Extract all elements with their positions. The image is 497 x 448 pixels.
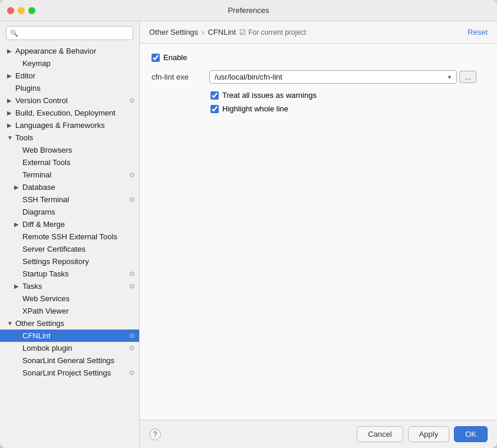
search-input[interactable] <box>6 26 133 40</box>
highlight-line-label[interactable]: Highlight whole line <box>222 104 288 113</box>
arrow-icon: ▶ <box>7 122 14 129</box>
cfn-lint-path-select[interactable]: /usr/local/bin/cfn-lint <box>209 70 457 84</box>
treat-warnings-checkbox[interactable] <box>210 91 219 100</box>
sidebar-item-remote-ssh[interactable]: Remote SSH External Tools <box>0 230 139 243</box>
enable-label[interactable]: Enable <box>163 53 187 62</box>
sidebar-item-label: Server Certificates <box>22 245 134 253</box>
sidebar-item-label: Startup Tasks <box>22 269 127 278</box>
breadcrumb-parent: Other Settings <box>149 28 198 37</box>
arrow-icon: ▶ <box>7 110 14 116</box>
cfn-lint-exe-label: cfn-lint exe <box>152 73 205 81</box>
sidebar-item-keymap[interactable]: Keymap <box>0 57 139 70</box>
treat-warnings-label[interactable]: Treat all issues as warnings <box>222 91 317 100</box>
sync-icon: ⊙ <box>129 282 134 290</box>
sidebar-item-label: Plugins <box>15 84 134 93</box>
sync-icon: ⊙ <box>129 369 134 377</box>
arrow-icon: ▶ <box>7 73 14 79</box>
sidebar-item-diagrams[interactable]: Diagrams <box>0 206 139 218</box>
sidebar-item-diff-merge[interactable]: ▶ Diff & Merge <box>0 218 139 230</box>
sidebar-item-web-services[interactable]: Web Services <box>0 292 139 305</box>
sidebar-item-server-certs[interactable]: Server Certificates <box>0 243 139 255</box>
sidebar-item-terminal[interactable]: Terminal ⊙ <box>0 169 139 181</box>
sidebar-item-label: SonarLint General Settings <box>22 356 134 365</box>
sync-icon: ⊙ <box>129 171 134 179</box>
sidebar-item-sonarlint-general[interactable]: SonarLint General Settings <box>0 354 139 367</box>
sidebar-item-tools[interactable]: ▼ Tools <box>0 131 139 144</box>
sidebar-item-languages[interactable]: ▶ Languages & Frameworks <box>0 119 139 131</box>
sidebar-item-build[interactable]: ▶ Build, Execution, Deployment <box>0 107 139 119</box>
sidebar-item-editor[interactable]: ▶ Editor <box>0 70 139 82</box>
sidebar: 🔍 ▶ Appearance & Behavior Keymap ▶ Edito… <box>0 21 140 448</box>
arrow-icon: ▶ <box>7 48 14 54</box>
sidebar-item-label: CFNLint <box>22 331 127 340</box>
highlight-line-row: Highlight whole line <box>210 104 485 113</box>
footer: ? Cancel Apply OK <box>140 420 497 448</box>
sidebar-item-appearance[interactable]: ▶ Appearance & Behavior <box>0 45 139 57</box>
sidebar-item-database[interactable]: ▶ Database <box>0 181 139 193</box>
sidebar-item-label: Appearance & Behavior <box>15 47 134 55</box>
sidebar-item-label: Tools <box>15 133 134 142</box>
sidebar-item-sonarlint-project[interactable]: SonarLint Project Settings ⊙ <box>0 367 139 379</box>
sidebar-item-cfnlint[interactable]: CFNLint ⊙ <box>0 330 139 342</box>
highlight-line-checkbox[interactable] <box>210 105 219 113</box>
help-button[interactable]: ? <box>149 429 161 440</box>
sidebar-item-web-browsers[interactable]: Web Browsers <box>0 144 139 156</box>
sidebar-item-version-control[interactable]: ▶ Version Control ⊙ <box>0 94 139 107</box>
sidebar-item-label: Terminal <box>22 170 127 179</box>
sync-icon: ⊙ <box>129 332 134 340</box>
cancel-button[interactable]: Cancel <box>357 426 403 442</box>
sidebar-item-label: Database <box>22 183 134 192</box>
search-box: 🔍 <box>6 26 133 40</box>
sidebar-item-label: Diff & Merge <box>22 220 134 229</box>
sidebar-item-label: Other Settings <box>15 319 134 328</box>
sidebar-item-xpath-viewer[interactable]: XPath Viewer <box>0 305 139 317</box>
sidebar-item-other-settings[interactable]: ▼ Other Settings <box>0 317 139 330</box>
path-input-wrap: /usr/local/bin/cfn-lint ... <box>209 70 476 84</box>
close-button[interactable] <box>7 7 14 14</box>
sidebar-item-label: Web Services <box>22 294 134 303</box>
nav-tree: ▶ Appearance & Behavior Keymap ▶ Editor … <box>0 45 139 448</box>
main-content: 🔍 ▶ Appearance & Behavior Keymap ▶ Edito… <box>0 21 497 448</box>
window-title: Preferences <box>228 6 269 15</box>
sidebar-item-plugins[interactable]: Plugins <box>0 82 139 94</box>
apply-button[interactable]: Apply <box>408 426 450 442</box>
sidebar-item-ssh-terminal[interactable]: SSH Terminal ⊙ <box>0 193 139 206</box>
sidebar-item-tasks[interactable]: ▶ Tasks ⊙ <box>0 280 139 292</box>
breadcrumb-separator: › <box>202 28 204 37</box>
sidebar-item-label: Build, Execution, Deployment <box>15 108 134 117</box>
for-project-label: ☑ For current project <box>239 28 306 37</box>
minimize-button[interactable] <box>18 7 25 14</box>
enable-row: Enable <box>152 53 485 62</box>
sidebar-item-label: Version Control <box>15 96 127 105</box>
preferences-window: Preferences 🔍 ▶ Appearance & Behavior Ke… <box>0 0 497 448</box>
panel-header: Other Settings › CFNLint ☑ For current p… <box>140 21 497 44</box>
browse-button[interactable]: ... <box>459 71 476 83</box>
sidebar-item-label: Web Browsers <box>22 146 134 154</box>
arrow-icon: ▼ <box>7 134 14 141</box>
maximize-button[interactable] <box>28 7 35 14</box>
cfn-lint-exe-row: cfn-lint exe /usr/local/bin/cfn-lint ... <box>152 70 485 84</box>
sidebar-item-external-tools[interactable]: External Tools <box>0 156 139 169</box>
sidebar-item-lombok[interactable]: Lombok plugin ⊙ <box>0 342 139 354</box>
sidebar-item-label: Tasks <box>22 282 127 291</box>
sidebar-item-label: SSH Terminal <box>22 195 127 204</box>
sidebar-item-label: SonarLint Project Settings <box>22 368 127 377</box>
arrow-icon: ▶ <box>7 97 14 104</box>
sidebar-item-label: Settings Repository <box>22 257 134 266</box>
sidebar-item-label: Remote SSH External Tools <box>22 232 134 241</box>
arrow-icon: ▼ <box>7 320 14 327</box>
sidebar-item-label: Diagrams <box>22 207 134 216</box>
breadcrumb: Other Settings › CFNLint ☑ For current p… <box>149 28 306 37</box>
sidebar-item-settings-repo[interactable]: Settings Repository <box>0 255 139 268</box>
search-icon: 🔍 <box>10 29 18 37</box>
reset-button[interactable]: Reset <box>468 28 488 37</box>
enable-checkbox[interactable] <box>152 54 160 62</box>
sidebar-item-label: External Tools <box>22 158 134 167</box>
arrow-icon: ▶ <box>14 221 21 228</box>
ok-button[interactable]: OK <box>454 426 488 442</box>
sidebar-item-startup-tasks[interactable]: Startup Tasks ⊙ <box>0 268 139 280</box>
breadcrumb-current: CFNLint <box>208 28 236 37</box>
titlebar: Preferences <box>0 0 497 21</box>
sync-icon: ⊙ <box>129 196 134 203</box>
path-select-wrap: /usr/local/bin/cfn-lint <box>209 70 457 84</box>
